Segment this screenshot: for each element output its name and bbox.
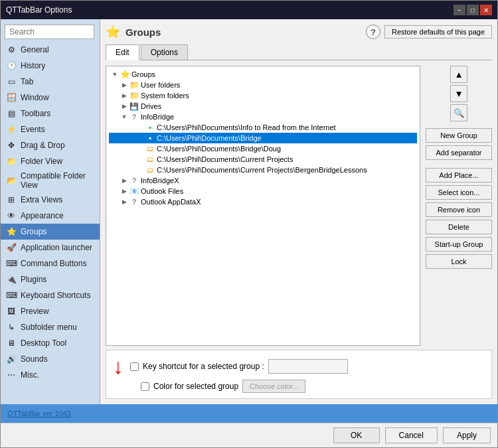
sidebar-item-plugins[interactable]: 🔌 Plugins	[1, 271, 100, 287]
folder-icon-path4: 🗂	[145, 155, 155, 164]
tree-label-path5: C:\Users\Phil\Documents\Current Projects…	[157, 166, 367, 174]
maximize-button[interactable]: □	[467, 5, 479, 15]
expander-system-folders: ▶	[120, 91, 129, 100]
sidebar-item-toolbars[interactable]: ▤ Toolbars	[1, 106, 100, 121]
tab-options[interactable]: Options	[141, 44, 188, 60]
apply-button[interactable]: Apply	[443, 427, 491, 443]
cancel-button[interactable]: Cancel	[385, 427, 438, 443]
expander-infobridgex: ▶	[120, 176, 129, 185]
tree-node-user-folders[interactable]: ▶ 📁 User folders	[109, 80, 417, 90]
blue-folder-icon: ▪	[145, 133, 155, 143]
star-icon-groups: ⭐	[120, 70, 130, 79]
lightning-icon: ⚡	[5, 123, 18, 135]
tree-node-outlook-files[interactable]: ▶ 📧 Outlook Files	[109, 186, 417, 196]
folder-icon: 📁	[5, 155, 18, 167]
tree-panel[interactable]: ▼ ⭐ Groups ▶ 📁 User folders ▶ 📁 Syst	[106, 66, 420, 346]
minimize-button[interactable]: −	[454, 5, 465, 15]
sidebar: ⚙ General 🕐 History ▭ Tab 🪟 Window ▤ Too…	[1, 19, 100, 404]
question-icon-infobridgex: ?	[129, 176, 139, 185]
search-input[interactable]	[5, 25, 94, 39]
sidebar-item-desktop[interactable]: 🖥 Desktop Tool	[1, 335, 100, 351]
expander-path1	[135, 123, 145, 132]
tree-node-path3[interactable]: 🗂 C:\Users\Phil\Documents\Bridge\Doug	[109, 143, 417, 154]
tree-label-infobridge: InfoBridge	[141, 113, 174, 121]
sidebar-item-appearance[interactable]: 👁 Appearance	[1, 208, 100, 224]
plugin-icon: 🔌	[5, 273, 18, 285]
close-button[interactable]: ✕	[480, 5, 492, 15]
sidebar-item-general[interactable]: ⚙ General	[1, 42, 100, 58]
folder-icon-path5: 🗂	[145, 165, 155, 175]
sidebar-item-history[interactable]: 🕐 History	[1, 58, 100, 74]
lock-button[interactable]: Lock	[426, 254, 492, 269]
sidebar-item-folder-view[interactable]: 📁 Folder View	[1, 153, 100, 169]
cmd-icon: ⌨	[5, 258, 18, 269]
sidebar-item-events[interactable]: ⚡ Events	[1, 121, 100, 137]
sidebar-item-sounds[interactable]: 🔊 Sounds	[1, 351, 100, 367]
main-window: QTTabBar Options − □ ✕ ⚙ General 🕐 Histo…	[0, 0, 498, 448]
tree-node-infobridgex[interactable]: ▶ ? InfoBridgeX	[109, 175, 417, 186]
select-icon-button[interactable]: Select icon...	[426, 185, 492, 200]
tree-node-path1[interactable]: ▪ C:\Users\Phil\Documents\Info to Read f…	[109, 122, 417, 133]
add-place-button[interactable]: Add Place...	[426, 168, 492, 183]
sidebar-item-tab[interactable]: ▭ Tab	[1, 74, 100, 90]
tree-node-drives[interactable]: ▶ 💾 Drives	[109, 101, 417, 112]
sidebar-item-misc[interactable]: ⋯ Misc.	[1, 367, 100, 383]
sidebar-item-preview[interactable]: 🖼 Preview	[1, 303, 100, 319]
add-separator-button[interactable]: Add separator	[426, 145, 492, 160]
window-controls: − □ ✕	[454, 5, 492, 15]
tree-node-groups[interactable]: ▼ ⭐ Groups	[109, 69, 417, 80]
remove-icon-button[interactable]: Remove icon	[426, 202, 492, 217]
tree-label-user-folders: User folders	[141, 81, 180, 89]
folder-icon-user: 📁	[129, 80, 139, 90]
key-shortcut-checkbox[interactable]	[130, 362, 139, 371]
title-bar: QTTabBar Options − □ ✕	[1, 1, 497, 19]
choose-color-button[interactable]: Choose color...	[242, 380, 305, 393]
subfolder-icon: ↳	[5, 321, 18, 333]
tree-label-path3: C:\Users\Phil\Documents\Bridge\Doug	[157, 145, 281, 153]
tab-bar: Edit Options	[106, 44, 492, 60]
sidebar-item-compatible-folder[interactable]: 📂 Compatible Folder View	[1, 169, 100, 192]
tree-node-system-folders[interactable]: ▶ 📁 System folders	[109, 90, 417, 101]
tree-label-path1: C:\Users\Phil\Documents\Info to Read fro…	[157, 123, 336, 131]
search-button[interactable]: 🔍	[450, 104, 467, 121]
expander-outlook-appdata: ▶	[120, 197, 129, 206]
dialog-footer: OK Cancel Apply	[1, 423, 497, 447]
tree-label-infobridgex: InfoBridgeX	[141, 177, 179, 185]
tree-node-path5[interactable]: 🗂 C:\Users\Phil\Documents\Current Projec…	[109, 165, 417, 175]
star-icon: ⭐	[5, 226, 18, 238]
tab-edit[interactable]: Edit	[106, 44, 139, 60]
expander-path4	[135, 155, 145, 164]
main-content: ⚙ General 🕐 History ▭ Tab 🪟 Window ▤ Too…	[1, 19, 497, 404]
sidebar-item-app-launcher[interactable]: 🚀 Application launcher	[1, 240, 100, 256]
sidebar-item-subfolder[interactable]: ↳ Subfolder menu	[1, 319, 100, 335]
rocket-icon: 🚀	[5, 242, 18, 254]
expander-user-folders: ▶	[120, 80, 129, 90]
sidebar-item-window[interactable]: 🪟 Window	[1, 90, 100, 106]
color-checkbox[interactable]	[141, 382, 149, 391]
footer-bar: QTTabBar ver 1043	[1, 404, 497, 423]
ok-button[interactable]: OK	[333, 427, 380, 443]
keyboard-icon: ⌨	[5, 289, 18, 301]
startup-group-button[interactable]: Start-up Group	[426, 237, 492, 252]
tree-node-path2[interactable]: ▪ C:\Users\Phil\Documents\Bridge	[109, 133, 417, 143]
move-up-button[interactable]: ▲	[450, 66, 467, 83]
delete-button[interactable]: Delete	[426, 220, 492, 234]
tree-node-path4[interactable]: 🗂 C:\Users\Phil\Documents\Current Projec…	[109, 154, 417, 165]
new-group-button[interactable]: New Group	[426, 128, 492, 143]
move-down-button[interactable]: ▼	[450, 85, 467, 102]
question-icon-infobridge: ?	[129, 112, 139, 121]
misc-icon: ⋯	[5, 369, 18, 381]
sidebar-item-drag-drop[interactable]: ✥ Drag & Drop	[1, 137, 100, 153]
tree-node-outlook-appdata[interactable]: ▶ ? Outlook AppDataX	[109, 196, 417, 207]
folder2-icon: 📂	[5, 175, 18, 187]
key-shortcut-input[interactable]	[268, 359, 348, 374]
help-button[interactable]: ?	[366, 25, 380, 39]
sidebar-item-cmd-buttons[interactable]: ⌨ Command Buttons	[1, 256, 100, 271]
sidebar-item-keyboard[interactable]: ⌨ Keyboard Shortcuts	[1, 287, 100, 303]
restore-defaults-button[interactable]: Restore defaults of this page	[384, 25, 492, 38]
version-link[interactable]: QTTabBar ver 1043	[7, 410, 71, 417]
tree-node-infobridge[interactable]: ▼ ? InfoBridge	[109, 112, 417, 122]
sidebar-item-extra-views[interactable]: ⊞ Extra Views	[1, 192, 100, 208]
sidebar-item-groups[interactable]: ⭐ Groups	[1, 224, 100, 240]
panel-title-container: ⭐ Groups	[106, 25, 161, 39]
